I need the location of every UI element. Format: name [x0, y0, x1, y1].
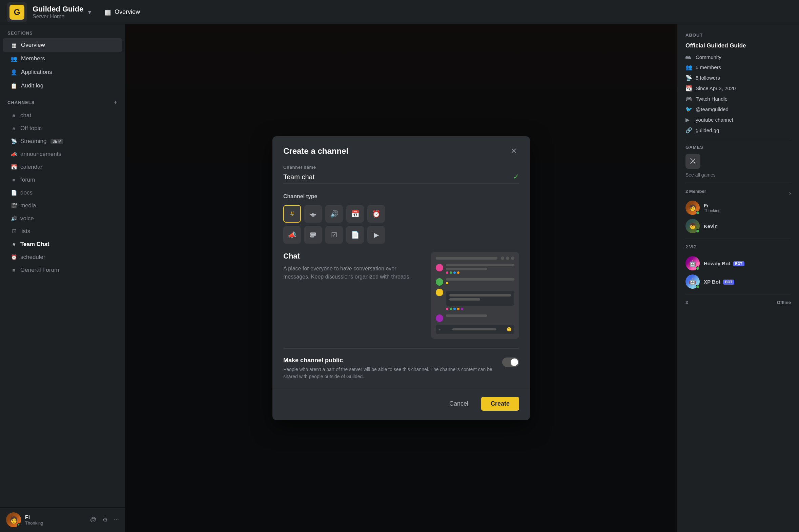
- overwatch-game-icon: ⚔: [685, 154, 700, 169]
- type-button-forum[interactable]: [304, 226, 322, 244]
- type-button-calendar[interactable]: 📅: [346, 205, 364, 223]
- channel-name-input[interactable]: [283, 173, 513, 181]
- channel-general-forum[interactable]: ≡ General Forum: [3, 264, 122, 277]
- beta-badge: BETA: [51, 139, 63, 144]
- type-button-lists[interactable]: ☑: [325, 226, 343, 244]
- hash-icon-off-topic: #: [10, 126, 18, 132]
- right-panel-divider-1: [685, 139, 791, 139]
- cancel-button[interactable]: Cancel: [442, 397, 476, 411]
- type-button-docs[interactable]: 📄: [346, 226, 364, 244]
- channel-docs[interactable]: 📄 docs: [3, 186, 122, 199]
- vip-group-label: 2 VIP: [685, 244, 696, 249]
- member-kevin-info: Kevin: [704, 223, 718, 229]
- mention-icon[interactable]: @: [90, 516, 96, 524]
- type-button-chat[interactable]: #: [283, 205, 301, 223]
- hash-icon-chat: #: [10, 113, 18, 119]
- type-button-announcements[interactable]: 📣: [283, 226, 301, 244]
- member-fi-name: Fi: [704, 203, 720, 208]
- content-area: Create a channel ✕ Channel name ✓ Channe…: [126, 24, 677, 532]
- user-online-dot: [17, 523, 21, 527]
- main-layout: Sections ▦ Overview 👥 Members 👤 Applicat…: [0, 24, 799, 532]
- member-avatar-xp: 🤖: [685, 274, 700, 289]
- channel-lists[interactable]: ☑ lists: [3, 225, 122, 238]
- member-row-fi: 🧑 Fi Thonking: [685, 201, 791, 215]
- media-icon: 🎬: [10, 203, 18, 209]
- since-icon: 📆: [685, 85, 692, 92]
- preview-color-dot-6: [446, 308, 448, 310]
- sidebar-item-applications-label: Applications: [21, 69, 52, 76]
- channel-team-chat[interactable]: # Team Chat: [3, 238, 122, 251]
- modal-footer: Cancel Create: [272, 390, 530, 420]
- channel-media[interactable]: 🎬 media: [3, 199, 122, 212]
- channel-lists-label: lists: [20, 228, 30, 235]
- public-toggle-title: Make channel public: [283, 357, 495, 364]
- member-xp-name: XP Bot BOT: [704, 279, 734, 285]
- right-panel-divider-3: [685, 239, 791, 239]
- bottom-icons: @ ⚙ ···: [90, 516, 119, 524]
- right-panel-divider-4: [685, 294, 791, 294]
- sidebar-item-audit-log[interactable]: 📋 Audit log: [3, 79, 122, 93]
- see-all-games-link[interactable]: See all games: [685, 172, 791, 177]
- sidebar-item-applications[interactable]: 👤 Applications: [3, 65, 122, 79]
- youtube-channel: youtube channel: [696, 117, 733, 123]
- preview-color-dot-4: [457, 271, 459, 274]
- preview-bubble-line-1: [449, 294, 511, 297]
- member-section-chevron[interactable]: ›: [789, 190, 791, 196]
- channel-announcements[interactable]: 📣 announcements: [3, 148, 122, 160]
- applications-icon: 👤: [10, 69, 18, 76]
- about-label: About: [685, 33, 791, 38]
- server-dropdown-arrow[interactable]: ▾: [88, 8, 91, 16]
- channel-forum[interactable]: ≡ forum: [3, 173, 122, 186]
- sidebar: Sections ▦ Overview 👥 Members 👤 Applicat…: [0, 24, 126, 532]
- preview-color-dot-9: [457, 308, 459, 310]
- modal-close-button[interactable]: ✕: [508, 146, 519, 156]
- channel-calendar[interactable]: 📅 calendar: [3, 160, 122, 173]
- sidebar-item-members-label: Members: [21, 55, 45, 62]
- preview-msg-line-2: [446, 268, 487, 270]
- preview-msg-line-3: [446, 278, 514, 281]
- modal-overlay[interactable]: Create a channel ✕ Channel name ✓ Channe…: [126, 24, 677, 532]
- member-row-kevin: 👦 Kevin: [685, 219, 791, 233]
- about-guilded-row: 🔗 guilded.gg: [685, 127, 791, 133]
- preview-emoji-icon: 🙂: [507, 327, 512, 332]
- channel-type-preview: + 🙂: [431, 252, 519, 339]
- channel-streaming[interactable]: 📡 Streaming BETA: [3, 135, 122, 148]
- vip-group-count: 2: [685, 244, 688, 249]
- preview-color-dot-5: [446, 282, 448, 284]
- modal-body: Channel name ✓ Channel type # 🔊 📅 ⏰: [272, 165, 530, 390]
- channel-chat[interactable]: # chat: [3, 109, 122, 122]
- preview-avatar-4: [436, 315, 443, 322]
- howdy-name-text: Howdy Bot: [704, 261, 730, 266]
- more-icon[interactable]: ···: [114, 516, 119, 524]
- channel-type-label: Channel type: [283, 193, 519, 200]
- preview-message-4: [436, 315, 514, 322]
- settings-icon[interactable]: ⚙: [102, 516, 108, 524]
- sidebar-item-overview[interactable]: ▦ Overview: [3, 38, 122, 52]
- xp-online-dot: [696, 285, 700, 289]
- right-panel-divider-2: [685, 183, 791, 183]
- preview-color-dot-2: [450, 271, 452, 274]
- guilded-url: guilded.gg: [696, 128, 719, 133]
- svg-point-0: [312, 213, 314, 215]
- scheduler-icon: ⏰: [10, 254, 18, 260]
- preview-msg-line-4: [446, 315, 487, 317]
- member-group-label: 2 Member: [685, 189, 706, 194]
- create-button[interactable]: Create: [481, 397, 519, 411]
- channel-voice[interactable]: 🔊 voice: [3, 212, 122, 225]
- overview-tab[interactable]: ▦ Overview: [105, 8, 140, 16]
- type-button-voice[interactable]: [304, 205, 322, 223]
- public-toggle-switch[interactable]: [502, 358, 519, 367]
- type-button-sound[interactable]: 🔊: [325, 205, 343, 223]
- howdy-bot-badge: BOT: [733, 261, 744, 266]
- type-button-scheduling[interactable]: ⏰: [367, 205, 385, 223]
- type-button-media[interactable]: ▶: [367, 226, 385, 244]
- add-channel-button[interactable]: +: [114, 99, 118, 107]
- twitch-icon: 🎮: [685, 96, 692, 102]
- member-group-name: 2: [685, 189, 688, 194]
- games-label: Games: [685, 145, 791, 150]
- sidebar-item-members[interactable]: 👥 Members: [3, 52, 122, 65]
- channel-scheduler[interactable]: ⏰ scheduler: [3, 251, 122, 264]
- channel-off-topic[interactable]: # Off topic: [3, 122, 122, 135]
- type-name: Chat: [283, 252, 421, 261]
- overview-grid-icon: ▦: [105, 8, 111, 16]
